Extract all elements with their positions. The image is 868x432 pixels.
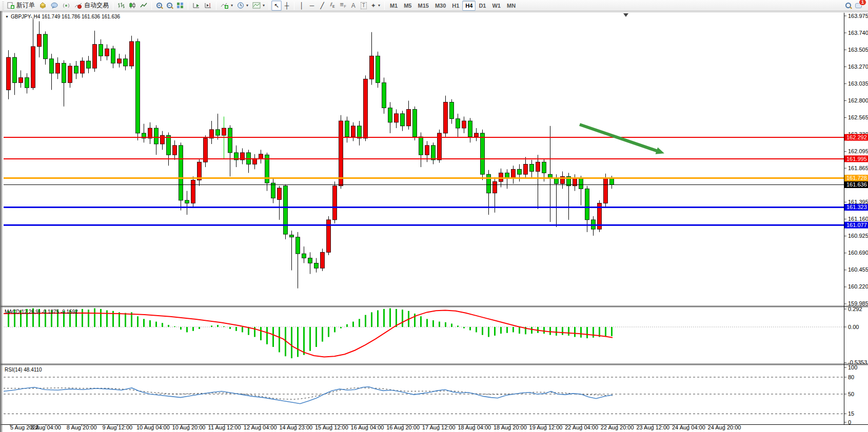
price-tick: 160.690 xyxy=(848,250,868,256)
vertical-line-icon: │ xyxy=(300,3,304,9)
time-tick: 19 Aug 12:00 xyxy=(529,424,563,430)
timeframe-m15[interactable]: M15 xyxy=(415,1,431,11)
candle-bull xyxy=(364,79,368,138)
auto-scroll-button[interactable] xyxy=(190,1,202,11)
notifications-button[interactable]: 1 xyxy=(853,1,864,11)
candle-bear xyxy=(185,200,189,203)
vertical-line-button[interactable]: │ xyxy=(297,1,307,11)
new-order-button[interactable]: 新订单 xyxy=(5,1,37,11)
candle-bear xyxy=(468,121,472,137)
toolbar-separator xyxy=(151,2,152,10)
candle-bear xyxy=(542,162,546,173)
toolbar-grip xyxy=(2,2,4,10)
timeframe-m30[interactable]: M30 xyxy=(432,1,449,11)
zoom-in-button[interactable]: + xyxy=(154,1,164,11)
horizontal-line-button[interactable]: ─ xyxy=(307,1,317,11)
autotrading-button[interactable]: 自动交易 xyxy=(72,1,111,11)
candle-bear xyxy=(179,146,183,200)
macd-pane: 0.2920.00-0.5353 xyxy=(4,306,867,366)
crosshair-button[interactable]: ┼ xyxy=(282,1,292,11)
price-tick: 163.975 xyxy=(848,13,868,19)
chart-shift-button[interactable] xyxy=(202,1,214,11)
price-line-label: 161.636 xyxy=(846,181,867,188)
time-tick: 18 Aug 20:00 xyxy=(494,424,527,430)
search-icon xyxy=(845,3,851,8)
text-label-button[interactable]: T xyxy=(359,1,369,11)
time-tick: 17 Aug 12:00 xyxy=(422,424,456,430)
new-order-icon xyxy=(7,2,15,9)
symbol-dropdown-icon[interactable]: ▼ xyxy=(5,15,9,18)
quotes-button[interactable] xyxy=(37,1,49,11)
arrows-button[interactable]: ✦▾ xyxy=(369,1,382,11)
fibonacci-button[interactable]: ≣F xyxy=(338,1,348,11)
autotrading-label: 自动交易 xyxy=(84,1,109,10)
timeframe-w1[interactable]: W1 xyxy=(489,1,504,11)
candle-bull xyxy=(31,47,35,88)
candle-bear xyxy=(271,183,275,198)
quotes-icon xyxy=(39,2,47,9)
indicators-button[interactable]: ▾ xyxy=(219,1,235,11)
trendline-button[interactable]: ╱ xyxy=(317,1,327,11)
timeframe-h1[interactable]: H1 xyxy=(449,1,462,11)
timeframe-h4[interactable]: H4 xyxy=(462,1,476,11)
text-button[interactable]: A xyxy=(348,1,359,11)
timeframe-d1[interactable]: D1 xyxy=(476,1,489,11)
candle-bull xyxy=(191,180,195,203)
chart-canvas: 163.975163.740163.505163.270163.035162.8… xyxy=(1,11,868,432)
time-tick: 23 Aug 12:00 xyxy=(636,424,669,430)
timeframe-m1[interactable]: M1 xyxy=(387,1,401,11)
candle-bull xyxy=(462,121,466,128)
chart-window[interactable]: 163.975163.740163.505163.270163.035162.8… xyxy=(0,11,868,432)
time-tick: 22 Aug 04:00 xyxy=(565,424,598,430)
time-tick: 16 Aug 04:00 xyxy=(351,424,384,430)
templates-button[interactable]: ▾ xyxy=(250,1,267,11)
channel-button[interactable]: ⫽E xyxy=(327,1,338,11)
candle-bull xyxy=(130,42,134,66)
new-order-label: 新订单 xyxy=(16,1,35,10)
rsi-line xyxy=(4,387,613,404)
candlestick-chart-button[interactable] xyxy=(127,1,138,11)
main-toolbar: 新订单 自动交易 + − ▾ ▾ ▾ xyxy=(0,0,868,11)
candle-bear xyxy=(419,137,423,155)
candle-bull xyxy=(339,121,343,186)
candle-bear xyxy=(345,121,349,137)
candle-bull xyxy=(475,133,479,137)
price-line-label: 161.077 xyxy=(846,222,867,228)
candle-bear xyxy=(87,61,91,68)
candle-bear xyxy=(358,126,362,138)
zoom-out-button[interactable]: − xyxy=(164,1,174,11)
candle-bear xyxy=(50,59,54,73)
candle-bear xyxy=(555,179,559,184)
candle-bull xyxy=(161,135,165,144)
time-tick: 18 Aug 04:00 xyxy=(458,424,491,430)
cursor-button[interactable]: ↖ xyxy=(271,1,282,11)
candle-bull xyxy=(278,188,282,200)
candle-bull xyxy=(333,186,337,220)
price-tick: 163.035 xyxy=(848,80,868,87)
dropdown-arrow-icon: ▾ xyxy=(246,3,248,8)
candle-bull xyxy=(370,56,374,79)
price-tick: 163.505 xyxy=(848,47,868,53)
rsi-scale-tick: 0 xyxy=(848,419,851,425)
chat-button[interactable] xyxy=(49,1,61,11)
signals-button[interactable] xyxy=(61,1,72,11)
candle-bear xyxy=(481,133,485,174)
candle-bear xyxy=(111,49,115,63)
candle-bear xyxy=(518,169,522,174)
candle-bull xyxy=(56,63,60,73)
candle-bull xyxy=(68,66,72,83)
clock-icon xyxy=(237,2,244,9)
timeframe-m5[interactable]: M5 xyxy=(401,1,415,11)
periods-button[interactable]: ▾ xyxy=(235,1,250,11)
price-tick: 160.220 xyxy=(848,283,868,290)
price-tick: 161.160 xyxy=(848,216,868,222)
bar-chart-button[interactable] xyxy=(115,1,127,11)
price-tick: 162.565 xyxy=(848,114,868,120)
chart-shift-marker[interactable] xyxy=(623,13,628,17)
candle-bear xyxy=(296,237,300,254)
tile-windows-button[interactable] xyxy=(174,1,186,11)
candle-bear xyxy=(431,146,436,160)
search-button[interactable] xyxy=(843,1,853,11)
timeframe-mn[interactable]: MN xyxy=(504,1,519,11)
line-chart-button[interactable] xyxy=(138,1,149,11)
